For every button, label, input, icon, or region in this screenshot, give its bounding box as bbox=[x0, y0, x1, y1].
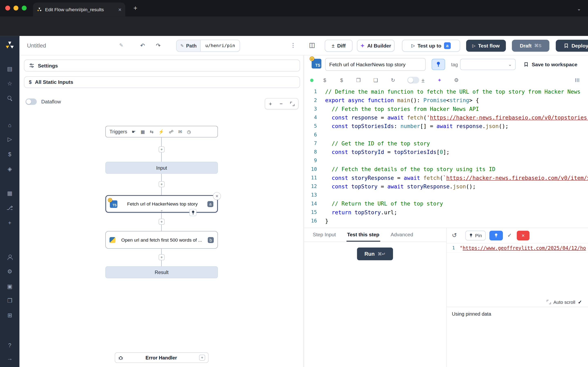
runs-icon[interactable]: ▷ bbox=[5, 135, 14, 144]
step-title-input[interactable] bbox=[325, 58, 425, 71]
insert-step-button[interactable]: + bbox=[159, 219, 164, 225]
apps-icon[interactable]: ⊞ bbox=[5, 311, 14, 320]
more-options-icon[interactable]: ⋮ bbox=[290, 42, 296, 49]
resources-icon[interactable]: ◈ bbox=[5, 164, 14, 173]
editor-settings-icon[interactable]: ⚙ bbox=[451, 75, 461, 85]
redo-button[interactable]: ↷ bbox=[152, 40, 164, 51]
docs-book-icon[interactable]: ◫ bbox=[309, 41, 315, 49]
all-static-inputs-button[interactable]: $ All Static Inputs bbox=[24, 76, 300, 88]
add-error-handler-button[interactable]: + bbox=[199, 355, 205, 360]
pin-button[interactable]: Pin bbox=[465, 231, 485, 240]
search-icon[interactable] bbox=[5, 94, 14, 103]
favorites-icon[interactable]: ☆ bbox=[5, 79, 14, 88]
tag-select[interactable]: ⌄ bbox=[460, 59, 516, 70]
deploy-button[interactable]: Deploy bbox=[556, 40, 588, 52]
resource-picker-icon[interactable]: $ bbox=[337, 75, 346, 85]
delete-step-button[interactable]: × bbox=[213, 192, 221, 200]
docs-icon[interactable]: ▤ bbox=[5, 64, 14, 73]
auto-scroll-control[interactable]: Auto scroll ✓ bbox=[546, 299, 582, 305]
path-control[interactable]: ✎Path u/henri/pin bbox=[176, 40, 240, 52]
edit-name-icon[interactable]: ✎ bbox=[119, 42, 123, 48]
reload-icon[interactable]: ↻ bbox=[388, 75, 398, 85]
settings-button[interactable]: Settings bbox=[24, 59, 300, 72]
error-handler-node[interactable]: Error Handler + bbox=[115, 352, 208, 363]
flow-name[interactable]: Untitled bbox=[27, 42, 46, 49]
collapse-sidebar-icon[interactable]: → bbox=[5, 354, 14, 363]
triggers-icon[interactable]: ⎇ bbox=[5, 203, 14, 212]
kafka-icon[interactable]: ☍ bbox=[169, 129, 173, 134]
insert-step-button[interactable]: + bbox=[159, 181, 164, 187]
close-icon: × bbox=[522, 233, 525, 239]
http-route-icon[interactable]: ⇆ bbox=[150, 129, 153, 134]
tab-test-this-step[interactable]: Test this step bbox=[346, 228, 380, 242]
insert-step-button[interactable]: + bbox=[159, 146, 164, 152]
pin-indicator[interactable] bbox=[190, 209, 197, 216]
insert-step-button[interactable]: + bbox=[159, 254, 164, 260]
run-button[interactable]: Run⌘↵ bbox=[357, 248, 393, 260]
new-tab-button[interactable]: + bbox=[130, 3, 140, 13]
package-icon[interactable]: ❒ bbox=[354, 75, 363, 85]
step-a-node[interactable]: TS Fetch url of HackerNews top story a ⌄… bbox=[105, 195, 218, 213]
variable-picker-icon[interactable]: $ bbox=[320, 75, 330, 85]
result-node[interactable]: Result bbox=[105, 266, 218, 278]
undo-button[interactable]: ↶ bbox=[137, 40, 149, 51]
ai-builder-button[interactable]: ✦AI Builder bbox=[357, 40, 395, 52]
variables-icon[interactable]: $ bbox=[5, 150, 14, 158]
language-ready-indicator bbox=[310, 79, 314, 82]
zoom-in-button[interactable]: + bbox=[269, 101, 272, 107]
schedules-icon[interactable]: ▦ bbox=[5, 189, 14, 198]
python-icon bbox=[109, 237, 115, 243]
home-icon[interactable]: ⌂ bbox=[5, 120, 14, 129]
path-edit-icon: ✎ bbox=[180, 43, 184, 48]
browser-tab[interactable]: Edit Flow u/henri/pin_results × bbox=[33, 3, 125, 17]
ai-assistant-icon[interactable]: ✦ bbox=[435, 75, 444, 85]
user-icon[interactable] bbox=[5, 252, 14, 261]
folders-icon[interactable]: ❐ bbox=[5, 296, 14, 305]
websocket-icon[interactable]: ⚡ bbox=[158, 129, 164, 134]
close-window-button[interactable] bbox=[5, 6, 10, 11]
pinned-result-viewer[interactable]: 1"https://www.geoffreylitt.com/2025/04/1… bbox=[447, 243, 588, 253]
test-flow-button[interactable]: ▷Test flow bbox=[466, 40, 506, 52]
schedule-icon[interactable]: ▦ bbox=[141, 129, 145, 134]
minimize-window-button[interactable] bbox=[13, 6, 18, 11]
check-icon[interactable]: ✓ bbox=[507, 232, 512, 238]
pinned-toggle-button[interactable] bbox=[489, 231, 503, 240]
tab-advanced[interactable]: Advanced bbox=[390, 228, 414, 242]
email-icon[interactable]: ✉ bbox=[178, 129, 182, 134]
pin-step-button[interactable] bbox=[432, 59, 445, 70]
dataflow-toggle[interactable] bbox=[26, 99, 37, 105]
add-icon[interactable]: + bbox=[5, 218, 14, 227]
diff-button[interactable]: ±Diff bbox=[325, 40, 353, 52]
toggle-knob bbox=[26, 99, 31, 104]
settings-icon[interactable]: ⚙ bbox=[5, 267, 14, 276]
poll-icon[interactable]: ◷ bbox=[187, 129, 191, 134]
step-b-node[interactable]: Open url and fetch first 500 words of ..… bbox=[105, 231, 218, 249]
code-line: 5 const topStoriesIds: number[] = await … bbox=[304, 122, 588, 130]
draft-button[interactable]: Draft⌘S bbox=[512, 40, 549, 52]
triggers-node[interactable]: Triggers ☛▦⇆⚡☍✉◷ bbox=[105, 126, 218, 137]
fit-view-button[interactable] bbox=[290, 102, 294, 106]
history-icon[interactable]: ↺ bbox=[452, 232, 457, 239]
input-node[interactable]: Input bbox=[105, 162, 218, 174]
tab-close-icon[interactable]: × bbox=[118, 6, 121, 13]
workers-icon[interactable]: ▣ bbox=[5, 282, 14, 291]
library-panel-icon[interactable]: ☰ bbox=[572, 75, 582, 85]
dependency-icon[interactable]: ❑ bbox=[371, 75, 381, 85]
trigger-icon-list: ☛▦⇆⚡☍✉◷ bbox=[132, 129, 191, 134]
windmill-logo[interactable] bbox=[5, 40, 15, 50]
tab-step-input[interactable]: Step Input bbox=[312, 228, 337, 242]
diff-icon[interactable]: ± bbox=[418, 75, 428, 85]
fullscreen-window-button[interactable] bbox=[22, 6, 27, 11]
result-value: "https://www.geoffreylitt.com/2025/04/12… bbox=[460, 245, 586, 251]
code-editor[interactable]: 1// Define the main function to fetch th… bbox=[304, 87, 588, 225]
auto-scroll-label: Auto scroll bbox=[553, 299, 575, 305]
editor-mode-toggle[interactable] bbox=[407, 77, 419, 83]
help-icon[interactable]: ? bbox=[5, 341, 14, 350]
test-up-to-button[interactable]: ▷Test up toa bbox=[402, 40, 460, 52]
webhook-icon[interactable]: ☛ bbox=[132, 129, 136, 134]
clear-pin-button[interactable]: × bbox=[517, 231, 529, 240]
tab-search-icon[interactable]: ⌄ bbox=[575, 4, 584, 13]
flow-graph-panel: Settings $ All Static Inputs Dataflow + … bbox=[20, 55, 304, 367]
save-to-workspace-button[interactable]: Save to workspace bbox=[523, 59, 577, 70]
zoom-out-button[interactable]: − bbox=[279, 101, 283, 107]
